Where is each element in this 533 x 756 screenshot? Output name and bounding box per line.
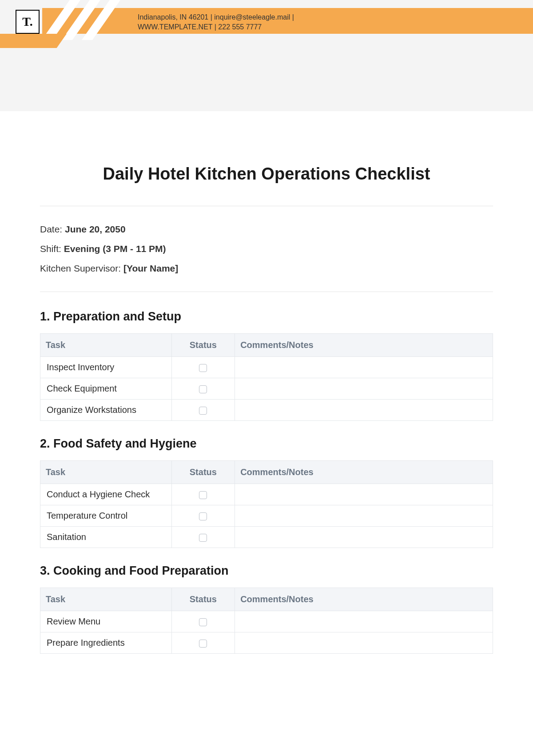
meta-shift-label: Shift: xyxy=(40,244,64,254)
table-row: Temperature Control xyxy=(40,505,493,527)
notes-cell[interactable] xyxy=(235,378,493,400)
notes-cell[interactable] xyxy=(235,357,493,378)
header-line-1: Indianapolis, IN 46201 | inquire@steelea… xyxy=(138,12,294,22)
meta-supervisor: Kitchen Supervisor: [Your Name] xyxy=(40,263,493,274)
table-row: Check Equipment xyxy=(40,378,493,400)
checkbox-icon[interactable] xyxy=(199,512,207,520)
header-line-2: WWW.TEMPLATE.NET | 222 555 7777 xyxy=(138,22,294,32)
status-cell xyxy=(171,357,235,378)
task-cell: Prepare Ingredients xyxy=(40,632,172,654)
status-cell xyxy=(171,527,235,548)
checkbox-icon[interactable] xyxy=(199,618,207,626)
section-title: 2. Food Safety and Hygiene xyxy=(40,437,493,451)
meta-shift: Shift: Evening (3 PM - 11 PM) xyxy=(40,244,493,254)
checkbox-icon[interactable] xyxy=(199,534,207,542)
section-title: 3. Cooking and Food Preparation xyxy=(40,564,493,578)
divider xyxy=(40,206,493,206)
document-title: Daily Hotel Kitchen Operations Checklist xyxy=(40,164,493,184)
checkbox-icon[interactable] xyxy=(199,407,207,415)
column-header-notes: Comments/Notes xyxy=(235,461,493,484)
document-body: Daily Hotel Kitchen Operations Checklist… xyxy=(0,111,533,756)
column-header-notes: Comments/Notes xyxy=(235,334,493,357)
notes-cell[interactable] xyxy=(235,632,493,654)
column-header-status: Status xyxy=(171,461,235,484)
notes-cell[interactable] xyxy=(235,527,493,548)
table-row: Conduct a Hygiene Check xyxy=(40,484,493,505)
task-cell: Sanitation xyxy=(40,527,172,548)
meta-supervisor-label: Kitchen Supervisor: xyxy=(40,263,123,273)
status-cell xyxy=(171,505,235,527)
header-bar: T. Indianapolis, IN 46201 | inquire@stee… xyxy=(0,0,533,40)
checklist-table: TaskStatusComments/NotesConduct a Hygien… xyxy=(40,460,493,548)
meta-date: Date: June 20, 2050 xyxy=(40,224,493,235)
checkbox-icon[interactable] xyxy=(199,385,207,393)
checkbox-icon[interactable] xyxy=(199,640,207,648)
column-header-task: Task xyxy=(40,588,172,611)
column-header-status: Status xyxy=(171,334,235,357)
status-cell xyxy=(171,632,235,654)
sections-container: 1. Preparation and SetupTaskStatusCommen… xyxy=(40,310,493,654)
task-cell: Conduct a Hygiene Check xyxy=(40,484,172,505)
meta-supervisor-value: [Your Name] xyxy=(123,263,178,273)
checkbox-icon[interactable] xyxy=(199,491,207,499)
notes-cell[interactable] xyxy=(235,400,493,421)
table-row: Inspect Inventory xyxy=(40,357,493,378)
meta-date-value: June 20, 2050 xyxy=(65,224,126,234)
column-header-status: Status xyxy=(171,588,235,611)
column-header-task: Task xyxy=(40,334,172,357)
brand-logo: T. xyxy=(16,10,40,34)
task-cell: Organize Workstations xyxy=(40,400,172,421)
notes-cell[interactable] xyxy=(235,484,493,505)
status-cell xyxy=(171,400,235,421)
table-row: Sanitation xyxy=(40,527,493,548)
header-contact-info: Indianapolis, IN 46201 | inquire@steelea… xyxy=(138,12,294,32)
task-cell: Review Menu xyxy=(40,611,172,632)
task-cell: Check Equipment xyxy=(40,378,172,400)
section-title: 1. Preparation and Setup xyxy=(40,310,493,324)
column-header-notes: Comments/Notes xyxy=(235,588,493,611)
meta-date-label: Date: xyxy=(40,224,65,234)
table-row: Organize Workstations xyxy=(40,400,493,421)
task-cell: Temperature Control xyxy=(40,505,172,527)
divider xyxy=(40,292,493,292)
table-row: Prepare Ingredients xyxy=(40,632,493,654)
status-cell xyxy=(171,378,235,400)
notes-cell[interactable] xyxy=(235,505,493,527)
checklist-table: TaskStatusComments/NotesReview MenuPrepa… xyxy=(40,588,493,654)
checkbox-icon[interactable] xyxy=(199,364,207,372)
checklist-table: TaskStatusComments/NotesInspect Inventor… xyxy=(40,333,493,421)
status-cell xyxy=(171,484,235,505)
meta-block: Date: June 20, 2050 Shift: Evening (3 PM… xyxy=(40,224,493,274)
table-row: Review Menu xyxy=(40,611,493,632)
column-header-task: Task xyxy=(40,461,172,484)
task-cell: Inspect Inventory xyxy=(40,357,172,378)
header-accent-tail xyxy=(0,34,67,48)
status-cell xyxy=(171,611,235,632)
meta-shift-value: Evening (3 PM - 11 PM) xyxy=(64,244,166,254)
notes-cell[interactable] xyxy=(235,611,493,632)
